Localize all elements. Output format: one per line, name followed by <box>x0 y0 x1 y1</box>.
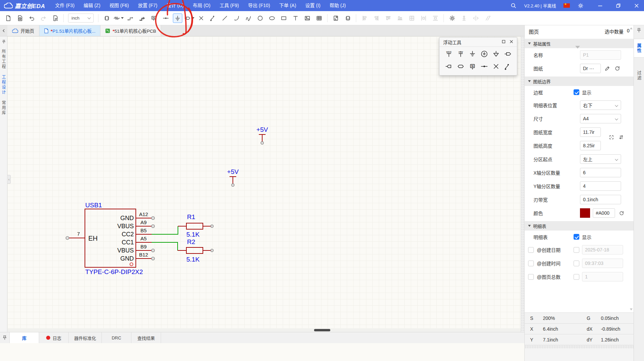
border-color-swatch[interactable] <box>580 208 590 218</box>
dock-common-library[interactable]: 常用库 <box>1 100 6 116</box>
place-symbol-button[interactable] <box>102 13 112 23</box>
sheet-height-input[interactable]: 8.25ir <box>580 141 601 150</box>
canvas-settings-button[interactable] <box>448 13 457 23</box>
dock-project-design[interactable]: 工程设计 <box>1 75 6 95</box>
power-flag-5v-2[interactable]: +5V <box>227 168 239 186</box>
dock-pin-icon[interactable] <box>2 40 6 44</box>
resistor-r1[interactable]: R1 5.1K <box>178 213 213 238</box>
bottom-tab-drc[interactable]: DRC <box>102 332 131 343</box>
sheet-width-input[interactable]: 11.7ir <box>580 127 601 137</box>
vertical-scroll-strip[interactable] <box>521 36 524 332</box>
bom-position-select[interactable]: 右下 <box>580 100 621 110</box>
menu-layout[interactable]: 布局 (O) <box>188 0 215 11</box>
total-pages-enable-checkbox[interactable] <box>574 274 579 280</box>
created-date-checkbox[interactable] <box>528 247 534 253</box>
draw-circle-button[interactable] <box>255 13 265 23</box>
bottom-tab-standardize[interactable]: 器件标准化 <box>69 332 102 343</box>
palette-hex-flag[interactable] <box>457 62 465 71</box>
recent-files-button[interactable] <box>15 13 25 23</box>
minimize-button[interactable] <box>597 2 604 9</box>
menu-settings[interactable]: 设置 (I) <box>301 0 325 11</box>
flip-horizontal-button[interactable] <box>471 13 481 23</box>
palette-5v-flag[interactable]: +5V <box>457 50 465 59</box>
frame-show-checkbox[interactable] <box>574 89 579 95</box>
symbol-wizard-button[interactable] <box>331 13 341 23</box>
ic-wizard-button[interactable] <box>343 13 352 23</box>
tab-start-page[interactable]: 开始页 <box>7 25 39 36</box>
palette-close-icon[interactable] <box>510 40 513 44</box>
schematic-canvas[interactable]: +5V +5V USB1 <box>7 36 521 332</box>
zone-origin-select[interactable]: 左上 <box>580 154 621 164</box>
align-grid-button[interactable] <box>407 13 417 23</box>
close-button[interactable] <box>633 2 640 9</box>
net-cc1-wire[interactable] <box>152 242 178 250</box>
version-status[interactable]: V2.2.40 | 半离线 <box>524 2 556 9</box>
align-center-button[interactable] <box>459 13 469 23</box>
menu-order[interactable]: 下单 (A) <box>275 0 301 11</box>
sheet-template-button[interactable]: Dr ··· <box>580 64 601 73</box>
place-resistor-button[interactable] <box>113 15 124 22</box>
palette-netflag[interactable] <box>480 62 488 71</box>
menu-help[interactable]: 帮助 (J) <box>325 0 350 11</box>
section-bom[interactable]: 明细表 <box>525 221 634 231</box>
palette-bezier[interactable] <box>504 62 512 71</box>
net-cc2-wire[interactable] <box>152 226 178 234</box>
place-bus-button[interactable] <box>137 13 147 23</box>
y-zones-input[interactable]: 4 <box>580 181 621 191</box>
tab-pcb-doc[interactable]: *51单片机核心板PCB <box>100 25 161 36</box>
dock-pin-icon[interactable] <box>0 332 9 343</box>
place-ground-button[interactable] <box>173 13 182 23</box>
palette-flag-left[interactable] <box>445 62 453 71</box>
total-pages-input[interactable]: 1 <box>582 272 623 281</box>
edit-pencil-icon[interactable] <box>604 65 611 72</box>
unit-select[interactable]: inch <box>68 13 94 23</box>
place-wire-button[interactable] <box>126 13 135 23</box>
palette-ground[interactable] <box>468 50 477 59</box>
panel-scroll-down-icon[interactable] <box>630 308 633 310</box>
language-flag-icon[interactable]: ★ <box>563 3 570 8</box>
restore-button[interactable] <box>615 2 622 9</box>
place-netflag-button[interactable] <box>161 13 171 23</box>
app-logo[interactable]: 嘉立创EDA <box>4 1 51 10</box>
menu-file[interactable]: 文件 (F3) <box>51 0 79 11</box>
align-left-button[interactable] <box>360 13 369 23</box>
dock-pin-icon[interactable] <box>637 28 641 33</box>
redo-button[interactable] <box>39 13 48 23</box>
place-noconnect-button[interactable] <box>196 13 206 23</box>
draw-bezier-button[interactable] <box>208 13 218 23</box>
menu-edit[interactable]: 编辑 (Z) <box>79 0 105 11</box>
menu-place[interactable]: 放置 (F7) <box>133 0 162 11</box>
power-flag-5v-1[interactable]: +5V <box>256 126 268 144</box>
panel-scroll-up-icon[interactable] <box>630 27 633 29</box>
palette-netlabel[interactable]: N <box>468 62 477 71</box>
menu-tools[interactable]: 工具 (F9) <box>215 0 244 11</box>
created-time-enable-checkbox[interactable] <box>574 261 579 266</box>
bottom-tab-log[interactable]: 日志 <box>39 332 69 343</box>
distribute-horizontal-button[interactable] <box>419 13 428 23</box>
align-top-button[interactable] <box>384 13 393 23</box>
panel-resize-strip[interactable] <box>525 345 634 348</box>
sheet-size-select[interactable]: A4 <box>580 114 621 123</box>
settings-gear-icon[interactable] <box>577 2 584 9</box>
menu-export[interactable]: 导出 (F10) <box>243 0 274 11</box>
palette-noconnect[interactable] <box>492 62 500 71</box>
tab-scroll-icon[interactable] <box>0 25 7 36</box>
refresh-icon[interactable] <box>618 209 625 217</box>
find-in-document-button[interactable] <box>51 13 60 23</box>
color-hex-input[interactable]: #A000 <box>593 208 615 218</box>
horizontal-scrollbar[interactable] <box>7 328 521 332</box>
scrollbar-thumb[interactable] <box>314 329 330 331</box>
place-table-button[interactable] <box>314 13 324 23</box>
left-panel-collapse-handle[interactable]: ‹ <box>7 175 11 184</box>
align-bottom-button[interactable] <box>395 13 405 23</box>
resistor-r2[interactable]: R2 5.1K <box>178 238 213 263</box>
draw-ellipse-button[interactable] <box>267 13 277 23</box>
palette-earth-ground[interactable] <box>480 50 488 59</box>
align-right-button[interactable] <box>372 13 381 23</box>
rotate-button[interactable] <box>483 13 492 23</box>
palette-maximize-icon[interactable] <box>502 40 505 44</box>
palette-flag-right[interactable] <box>504 50 512 59</box>
menu-view[interactable]: 视图 (F6) <box>105 0 133 11</box>
swap-dimensions-icon[interactable] <box>618 134 624 141</box>
place-flag-button[interactable] <box>184 15 194 22</box>
